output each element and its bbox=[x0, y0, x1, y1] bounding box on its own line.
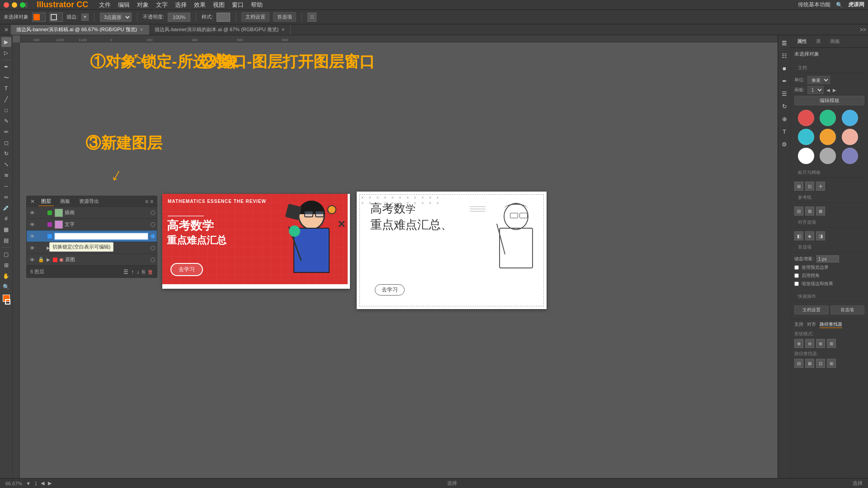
scale-tool[interactable]: ⤡ bbox=[1, 160, 11, 169]
blend-tool[interactable]: ∞ bbox=[1, 192, 11, 202]
layer-lock-3[interactable] bbox=[38, 233, 45, 240]
guides-btn2[interactable]: ⊞ bbox=[805, 206, 814, 216]
layer-move-down-btn[interactable]: ↓ bbox=[137, 269, 139, 275]
artboard-next[interactable]: ▶ bbox=[48, 480, 52, 486]
right-icon-settings[interactable]: ⚙ bbox=[778, 138, 790, 150]
layer-delete-btn[interactable]: 🗑 bbox=[148, 269, 153, 275]
type-tool[interactable]: T bbox=[1, 84, 11, 94]
stroke-control[interactable] bbox=[5, 299, 10, 305]
pen-tool[interactable]: ✒ bbox=[1, 62, 11, 72]
guides-btn1[interactable]: ⊟ bbox=[794, 206, 803, 216]
swatch-red[interactable] bbox=[798, 110, 814, 126]
shape-intersect-btn[interactable]: ⊗ bbox=[816, 339, 825, 348]
scale-strokes-checkbox[interactable] bbox=[794, 282, 799, 286]
layer-item-text[interactable]: 👁 文字 bbox=[27, 219, 157, 230]
layer-expand-5[interactable]: ▶ bbox=[47, 257, 50, 262]
prefs-btn[interactable]: 首选项 bbox=[273, 12, 296, 22]
layer-new-btn[interactable]: ☰ bbox=[123, 269, 128, 275]
layer-radio-2[interactable] bbox=[151, 222, 155, 227]
layer-radio-5[interactable] bbox=[151, 258, 155, 262]
menu-effects[interactable]: 效果 bbox=[194, 1, 206, 9]
bottom-tab-transform[interactable]: 支持 bbox=[794, 321, 803, 328]
swatch-teal[interactable] bbox=[820, 110, 836, 126]
layer-item-active[interactable]: 👁 切换锁定(空白表示可编辑) bbox=[27, 230, 157, 242]
arrange-btn[interactable]: ☷ bbox=[307, 13, 316, 22]
layer-eye-1[interactable]: 👁 bbox=[28, 209, 36, 216]
pf-crop-btn[interactable]: ⊞ bbox=[827, 359, 836, 368]
rulers-crosshair-btn[interactable]: ✛ bbox=[816, 182, 825, 191]
layer-eye-3[interactable]: 👁 bbox=[28, 233, 36, 240]
chart-tool[interactable]: ▤ bbox=[1, 235, 11, 245]
width-tool[interactable]: ↔ bbox=[1, 181, 11, 191]
tab-arrange-icon[interactable]: >> bbox=[860, 27, 866, 33]
swatch-salmon[interactable] bbox=[842, 129, 858, 145]
menu-object[interactable]: 对象 bbox=[137, 1, 149, 9]
menu-type[interactable]: 文字 bbox=[156, 1, 168, 9]
pf-trim-btn[interactable]: ⊠ bbox=[805, 359, 814, 368]
layer-lock-5[interactable]: 🔒 bbox=[38, 256, 45, 263]
search-icon[interactable]: 🔍 bbox=[836, 2, 843, 8]
swatch-cyan[interactable] bbox=[798, 129, 814, 145]
paintbrush-tool[interactable]: ✎ bbox=[1, 116, 11, 126]
layer-eye-2[interactable]: 👁 bbox=[28, 221, 36, 228]
layer-move-up-btn[interactable]: ↑ bbox=[131, 269, 134, 275]
swatch-light-blue[interactable] bbox=[842, 110, 858, 126]
maximize-button[interactable] bbox=[20, 2, 25, 8]
direct-select-tool[interactable]: ▷ bbox=[1, 48, 11, 58]
layer-item-chua[interactable]: 👁 插画 bbox=[27, 207, 157, 219]
right-icon-align[interactable]: ☰ bbox=[778, 88, 790, 99]
tab-2[interactable]: 描边风-banner演示稿的副本.ai @ 67% (RGB/GPU 推览) ✕ bbox=[149, 25, 291, 35]
right-icon-pathfinder[interactable]: ⊕ bbox=[778, 113, 790, 125]
panel-tab-boards[interactable]: 画板 bbox=[57, 197, 73, 206]
curvature-tool[interactable]: 〜 bbox=[1, 73, 11, 83]
panel-collapse-icon[interactable]: ≡ bbox=[145, 198, 148, 205]
board-nav-right[interactable]: ▶ bbox=[833, 88, 836, 93]
zoom-dropdown[interactable]: ▼ bbox=[26, 481, 31, 486]
right-icon-properties[interactable]: ☰ bbox=[778, 37, 790, 49]
layer-name-edit[interactable] bbox=[54, 232, 149, 240]
panel-tab-layers[interactable]: 图层 bbox=[38, 197, 54, 206]
guides-btn3[interactable]: ⊠ bbox=[816, 206, 825, 216]
align-center-btn[interactable]: ◈ bbox=[805, 231, 814, 240]
fill-swatch[interactable] bbox=[32, 13, 46, 22]
layer-radio-1[interactable] bbox=[151, 211, 155, 215]
right-tab-properties[interactable]: 属性 bbox=[794, 36, 810, 47]
panel-tab-export[interactable]: 资源导出 bbox=[76, 197, 102, 206]
close-button[interactable] bbox=[4, 2, 9, 8]
menu-view[interactable]: 视图 bbox=[213, 1, 225, 9]
artboard-tool[interactable]: ▢ bbox=[1, 249, 11, 259]
stroke-swatch[interactable] bbox=[49, 13, 63, 22]
right-icon-colors[interactable]: ■ bbox=[778, 62, 790, 74]
close-panel-icon[interactable]: ✕ bbox=[2, 25, 11, 34]
right-icon-type[interactable]: T bbox=[778, 126, 790, 137]
layer-radio-3[interactable] bbox=[151, 234, 155, 239]
swatch-orange[interactable] bbox=[820, 129, 836, 145]
right-icon-layers[interactable]: ☷ bbox=[778, 50, 790, 61]
menu-window[interactable]: 窗口 bbox=[232, 1, 244, 9]
zoom-tool[interactable]: 🔍 bbox=[1, 282, 11, 292]
menu-file[interactable]: 文件 bbox=[99, 1, 111, 9]
doc-settings-btn[interactable]: 文档设置 bbox=[241, 12, 269, 22]
opacity-input[interactable] bbox=[168, 13, 190, 22]
tab-2-close[interactable]: ✕ bbox=[281, 27, 285, 32]
eyedropper-tool[interactable]: 💉 bbox=[1, 203, 11, 213]
layer-radio-4[interactable] bbox=[151, 246, 155, 250]
layer-eye-5[interactable]: 👁 bbox=[28, 256, 36, 263]
shape-unite-btn[interactable]: ⊕ bbox=[794, 339, 803, 348]
align-left-btn[interactable]: ◧ bbox=[794, 231, 803, 240]
bottom-tab-align[interactable]: 对齐 bbox=[807, 321, 816, 328]
tab-1[interactable]: 描边风-banner演示精稿.ai @ 66.67% (RGB/GPU 预览) … bbox=[11, 25, 149, 35]
shape-exclude-btn[interactable]: ⊞ bbox=[827, 339, 836, 348]
layer-lock-2[interactable] bbox=[38, 221, 45, 228]
bottom-tab-pathfinder[interactable]: 路径查找器 bbox=[820, 321, 842, 328]
board-select[interactable]: 1 bbox=[807, 86, 824, 94]
tab-1-close[interactable]: ✕ bbox=[140, 27, 143, 32]
menu-help[interactable]: 帮助 bbox=[251, 1, 263, 9]
quick-doc-settings-btn[interactable]: 文档设置 bbox=[794, 305, 829, 314]
rotate-tool[interactable]: ↻ bbox=[1, 149, 11, 159]
panel-menu-icon[interactable]: ≡ bbox=[150, 198, 153, 205]
warp-tool[interactable]: ≋ bbox=[1, 170, 11, 180]
quick-prefs-btn[interactable]: 首选项 bbox=[830, 305, 865, 314]
shape-tool[interactable]: □ bbox=[1, 105, 11, 115]
layer-copy-btn[interactable]: ⎘ bbox=[142, 269, 145, 275]
